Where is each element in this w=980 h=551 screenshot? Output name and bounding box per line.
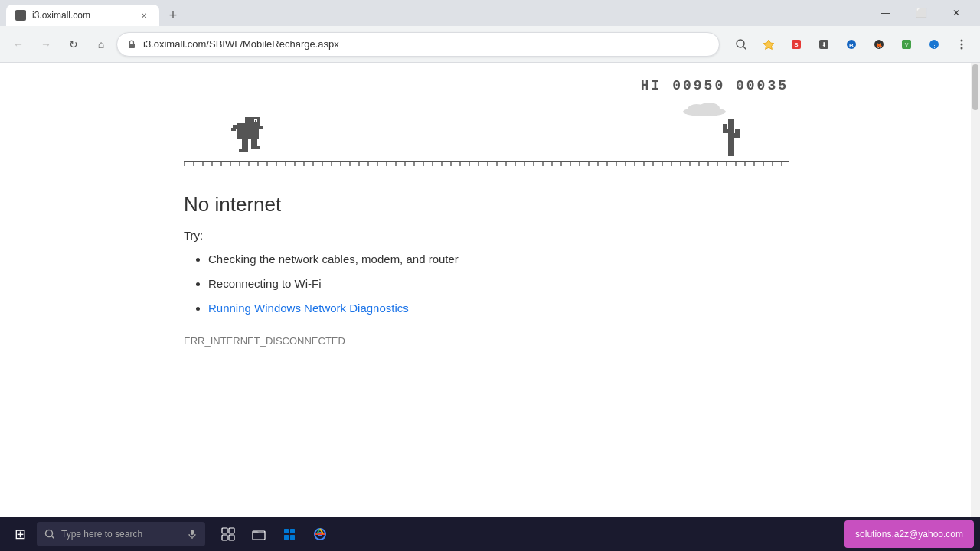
list-item-2-text: Reconnecting to Wi-Fi — [208, 277, 322, 290]
extension-icon-4[interactable]: 🦊 — [867, 32, 891, 57]
svg-rect-36 — [253, 131, 257, 134]
address-input-wrap[interactable]: i3.oximall.com/SBIWL/MobileRecharge.aspx — [116, 32, 720, 57]
taskbar-system-info[interactable]: solutions.a2z@yahoo.com — [844, 520, 974, 548]
toolbar-icons: S ⬇ B 🦊 V ⋮ — [729, 32, 974, 57]
address-url: i3.oximall.com/SBIWL/MobileRecharge.aspx — [143, 38, 710, 50]
extension-icon-2[interactable]: ⬇ — [812, 32, 836, 57]
back-button[interactable]: ← — [6, 32, 31, 57]
list-item-3: Running Windows Network Diagnostics — [208, 297, 980, 320]
tab-favicon — [15, 10, 26, 21]
error-code: ERR_INTERNET_DISCONNECTED — [184, 335, 980, 347]
svg-point-21 — [961, 47, 963, 49]
chrome-button[interactable] — [306, 520, 334, 548]
new-tab-button[interactable]: + — [162, 5, 184, 26]
window-controls: — ⬜ ✕ — [868, 0, 974, 26]
close-button[interactable]: ✕ — [939, 0, 974, 26]
store-button[interactable] — [276, 520, 303, 548]
svg-rect-28 — [255, 120, 256, 122]
home-button[interactable]: ⌂ — [89, 32, 113, 57]
list-item-1-text: Checking the network cables, modem, and … — [208, 253, 459, 266]
lock-icon — [126, 39, 137, 50]
svg-rect-41 — [735, 129, 740, 138]
svg-text:🦊: 🦊 — [876, 41, 883, 48]
extension-icon-3[interactable]: B — [839, 32, 864, 57]
task-view-button[interactable] — [214, 520, 242, 548]
error-list: Checking the network cables, modem, and … — [208, 248, 980, 320]
dino-character — [230, 116, 268, 161]
microphone-icon — [187, 529, 198, 540]
error-title: No internet — [184, 193, 980, 217]
svg-rect-51 — [284, 529, 289, 533]
taskbar-search[interactable]: Type here to search — [37, 522, 205, 546]
svg-rect-3 — [129, 44, 135, 48]
svg-rect-31 — [231, 128, 236, 131]
svg-point-19 — [961, 39, 963, 41]
reload-button[interactable]: ↻ — [61, 32, 86, 57]
tab-close-button[interactable]: ✕ — [138, 9, 150, 21]
game-ground — [184, 101, 789, 178]
svg-rect-39 — [723, 124, 727, 132]
network-diagnostics-link[interactable]: Running Windows Network Diagnostics — [208, 302, 409, 315]
page-content: HI 00950 00035 — [0, 63, 980, 551]
svg-rect-35 — [251, 146, 260, 149]
extension-icon-1[interactable]: S — [784, 32, 808, 57]
svg-rect-29 — [257, 126, 263, 129]
svg-line-5 — [743, 46, 746, 49]
address-bar: ← → ↻ ⌂ i3.oximall.com/SBIWL/MobileRecha… — [0, 26, 980, 63]
list-item-1: Checking the network cables, modem, and … — [208, 248, 980, 271]
extension-icon-6[interactable]: ⋮ — [922, 32, 946, 57]
cactus — [720, 112, 743, 161]
scrollbar-thumb[interactable] — [972, 64, 978, 110]
tab-bar: i3.oximall.com ✕ + — [6, 0, 184, 26]
svg-marker-6 — [763, 40, 774, 50]
svg-rect-52 — [290, 529, 295, 533]
file-explorer-button[interactable] — [245, 520, 273, 548]
svg-text:⬇: ⬇ — [822, 41, 827, 48]
svg-line-43 — [51, 536, 54, 538]
svg-rect-54 — [290, 535, 295, 540]
dino-game-area: HI 00950 00035 — [184, 78, 789, 178]
more-options-button[interactable] — [949, 32, 974, 57]
list-item-2: Reconnecting to Wi-Fi — [208, 272, 980, 295]
svg-rect-44 — [191, 530, 194, 535]
title-bar: i3.oximall.com ✕ + — ⬜ ✕ — [0, 0, 980, 26]
svg-rect-53 — [284, 535, 289, 540]
active-tab[interactable]: i3.oximall.com ✕ — [6, 5, 159, 26]
try-label: Try: — [184, 229, 980, 242]
extension-icon-5[interactable]: V — [894, 32, 919, 57]
browser-frame: i3.oximall.com ✕ + — ⬜ ✕ ← → ↻ ⌂ i3.oxim… — [0, 0, 980, 551]
svg-text:S: S — [794, 41, 799, 48]
svg-rect-32 — [242, 139, 248, 151]
svg-rect-34 — [239, 149, 248, 152]
taskbar: ⊞ Type here to search — [0, 517, 980, 551]
svg-rect-46 — [222, 528, 227, 533]
start-button[interactable]: ⊞ — [6, 520, 34, 548]
scrollbar[interactable] — [971, 63, 980, 551]
minimize-button[interactable]: — — [868, 0, 903, 26]
taskbar-icons — [214, 520, 334, 548]
svg-rect-47 — [229, 528, 234, 533]
svg-rect-48 — [222, 535, 227, 540]
error-content: No internet Try: Checking the network ca… — [184, 178, 980, 347]
svg-rect-49 — [229, 535, 234, 540]
forward-button[interactable]: → — [34, 32, 58, 57]
svg-rect-37 — [728, 119, 734, 156]
svg-text:V: V — [905, 42, 909, 47]
svg-text:⋮: ⋮ — [932, 42, 937, 47]
search-icon[interactable] — [729, 32, 753, 57]
svg-point-20 — [961, 43, 963, 45]
taskbar-search-icon — [44, 529, 55, 540]
maximize-button[interactable]: ⬜ — [903, 0, 939, 26]
tab-title: i3.oximall.com — [32, 10, 132, 21]
bookmark-icon[interactable] — [756, 32, 781, 57]
ground-dots — [184, 162, 789, 166]
svg-text:B: B — [849, 41, 854, 48]
score-display: HI 00950 00035 — [184, 78, 789, 93]
taskbar-search-text: Type here to search — [61, 529, 142, 540]
